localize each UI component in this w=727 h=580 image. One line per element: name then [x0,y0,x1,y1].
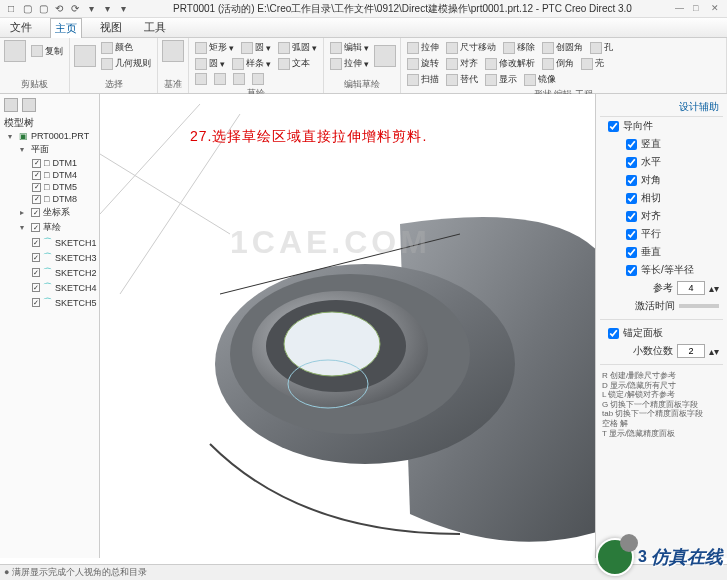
qat-drop2-icon[interactable]: ▾ [100,2,114,16]
extrude2-button[interactable]: 拉伸 [405,40,441,55]
sk2-button[interactable] [212,72,228,86]
color-button[interactable]: 颜色 [99,40,153,55]
field-refs: 参考▴▾ [600,279,723,297]
tree-group-plane[interactable]: ▾平面 [4,142,95,157]
tree-icon[interactable] [4,98,18,112]
replace-icon [446,74,458,86]
edit-icon [330,42,342,54]
tab-tools[interactable]: 工具 [140,18,170,37]
chk-perpendicular[interactable]: 垂直 [618,243,723,261]
tree-item[interactable]: ✓□DTM5 [4,181,95,193]
edit-button[interactable]: 编辑▾ [328,40,371,55]
graphics-canvas[interactable]: 27.选择草绘区域直接拉伸增料剪料. 1CAE.COM [100,94,595,558]
moverotate-icon[interactable] [374,45,396,67]
maximize-icon[interactable]: □ [693,3,705,15]
qat-save-icon[interactable]: ▢ [36,2,50,16]
chk-horizontal[interactable]: 水平 [618,153,723,171]
refs-input[interactable] [677,281,705,295]
shell-button[interactable]: 壳 [579,56,606,71]
chk-diagonal[interactable]: 对角 [618,171,723,189]
chk-equal[interactable]: 等长/等半径 [618,261,723,279]
chk-vertical[interactable]: 竖直 [618,135,723,153]
arc-button[interactable]: 弧圆▾ [276,40,319,55]
chamfer-button[interactable]: 倒角 [540,56,576,71]
circle2-icon [195,58,207,70]
ribbon-group-clipboard: 复制 剪贴板 [0,38,70,93]
rect-icon [195,42,207,54]
tree-item[interactable]: ✓⌒SKETCH3 [4,250,95,265]
tree-item[interactable]: ✓⌒SKETCH5 [4,295,95,310]
fillet-icon [542,42,554,54]
show-button[interactable]: 显示 [483,72,519,87]
tree-item[interactable]: ✓□DTM1 [4,157,95,169]
modres-button[interactable]: 修改解析 [483,56,537,71]
group-label: 基准 [162,78,184,91]
slider[interactable] [679,304,719,308]
replace-button[interactable]: 替代 [444,72,480,87]
qat-drop1-icon[interactable]: ▾ [84,2,98,16]
tab-file[interactable]: 文件 [6,18,36,37]
chk-guides[interactable]: 导向件 [600,117,723,135]
tree-root[interactable]: ▾▣PRT0001.PRT [4,130,95,142]
tree-title: 模型树 [4,116,95,130]
show-icon [485,74,497,86]
sk3-icon [233,73,245,85]
quick-access-toolbar: □ ▢ ▢ ⟲ ⟳ ▾ ▾ ▾ [4,2,130,16]
tree-item[interactable]: ✓□DTM8 [4,193,95,205]
minimize-icon[interactable]: — [675,3,687,15]
copy-button[interactable]: 复制 [29,44,65,59]
tree-icon2[interactable] [22,98,36,112]
tree-group-csys[interactable]: ▸✓坐标系 [4,205,95,220]
tree-group-sketch[interactable]: ▾✓草绘 [4,220,95,235]
chk-anchor[interactable]: 锚定面板 [600,324,723,342]
sk3-button[interactable] [231,72,247,86]
qat-drop3-icon[interactable]: ▾ [116,2,130,16]
qat-new-icon[interactable]: □ [4,2,18,16]
shell-icon [581,58,593,70]
align-button[interactable]: 对齐 [444,56,480,71]
color-icon [101,42,113,54]
copy-icon [31,45,43,57]
rect-button[interactable]: 矩形▾ [193,40,236,55]
paste-icon[interactable] [4,40,26,62]
circle-button[interactable]: 圆▾ [239,40,273,55]
tree-item[interactable]: ✓⌒SKETCH2 [4,265,95,280]
svg-line-2 [100,154,230,234]
sweep-button[interactable]: 扫描 [405,72,441,87]
geom-button[interactable]: 几何规则 [99,56,153,71]
mirror-button[interactable]: 镜像 [522,72,558,87]
sk1-button[interactable] [193,72,209,86]
tree-item[interactable]: ✓⌒SKETCH1 [4,235,95,250]
fillet-button[interactable]: 创圆角 [540,40,585,55]
sk4-button[interactable] [250,72,266,86]
tree-item[interactable]: ✓⌒SKETCH4 [4,280,95,295]
design-assist-panel: 设计辅助 导向件 竖直 水平 对角 相切 对齐 平行 垂直 等长/等半径 参考▴… [595,94,727,558]
hole-button[interactable]: 孔 [588,40,615,55]
text-button[interactable]: 文本 [276,56,312,71]
dimmove-button[interactable]: 尺寸移动 [444,40,498,55]
tab-view[interactable]: 视图 [96,18,126,37]
spline-button[interactable]: 样条▾ [230,56,273,71]
remove-icon [503,42,515,54]
field-actime: 激活时间 [600,297,723,315]
decimals-input[interactable] [677,344,705,358]
extrude-button[interactable]: 拉伸▾ [328,56,371,71]
ribbon-group-datum: 基准 [158,38,189,93]
close-icon[interactable]: ✕ [711,3,723,15]
chk-align[interactable]: 对齐 [618,207,723,225]
remove-button[interactable]: 移除 [501,40,537,55]
mirror-icon [524,74,536,86]
tab-home[interactable]: 主页 [50,18,82,38]
line-icon[interactable] [162,40,184,62]
tree-item[interactable]: ✓□DTM4 [4,169,95,181]
revolve-button[interactable]: 旋转 [405,56,441,71]
chk-tangent[interactable]: 相切 [618,189,723,207]
chk-parallel[interactable]: 平行 [618,225,723,243]
extrude2-icon [407,42,419,54]
qat-open-icon[interactable]: ▢ [20,2,34,16]
qat-redo-icon[interactable]: ⟳ [68,2,82,16]
qat-undo-icon[interactable]: ⟲ [52,2,66,16]
circle2-button[interactable]: 圆▾ [193,56,227,71]
select-icon[interactable] [74,45,96,67]
circle-icon [241,42,253,54]
